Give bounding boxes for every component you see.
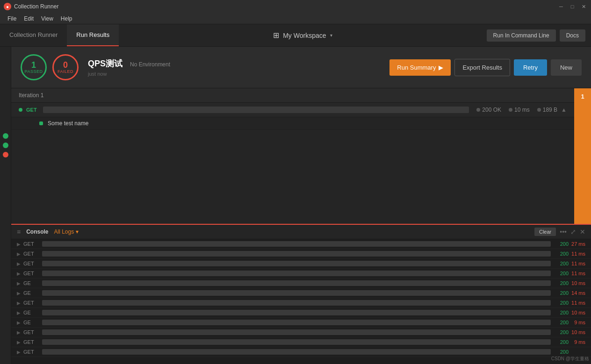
- log-status: 200: [555, 241, 569, 247]
- log-time: 11 ms: [570, 300, 585, 306]
- log-method: GET: [23, 329, 38, 335]
- more-options-icon[interactable]: •••: [560, 228, 567, 236]
- menu-edit[interactable]: Edit: [20, 14, 37, 23]
- close-button[interactable]: ✕: [580, 3, 587, 10]
- request-meta: 200 OK 10 ms 189 B: [476, 107, 557, 113]
- retry-button[interactable]: Retry: [514, 59, 547, 76]
- log-status: 200: [555, 329, 569, 335]
- log-row[interactable]: ▶ GET 200 11 ms: [11, 249, 591, 259]
- sidebar-indicator-2: [3, 143, 8, 148]
- log-expand-arrow: ▶: [17, 242, 21, 247]
- log-expand-arrow: ▶: [17, 271, 21, 276]
- menu-file[interactable]: File: [4, 14, 20, 23]
- log-expand-arrow: ▶: [17, 261, 21, 266]
- log-url-bar: [42, 310, 551, 315]
- close-console-icon[interactable]: ✕: [580, 228, 585, 236]
- menu-help[interactable]: Help: [57, 14, 76, 23]
- log-status: 200: [555, 339, 569, 345]
- log-status: 200: [555, 290, 569, 296]
- log-method: GE: [23, 320, 38, 325]
- iteration-number-panel: 1: [574, 88, 591, 224]
- log-url-bar: [42, 349, 551, 355]
- log-row[interactable]: ▶ GET 200 27 ms: [11, 239, 591, 249]
- test-name: Some test name: [48, 120, 88, 127]
- log-method: GET: [23, 339, 38, 345]
- menu-view[interactable]: View: [37, 14, 57, 23]
- log-row[interactable]: ▶ GE 200 14 ms: [11, 288, 591, 298]
- nav-right-buttons: Run In Command Line Docs: [487, 29, 591, 42]
- log-url-bar: [42, 251, 551, 257]
- sidebar-indicator-3: [3, 152, 8, 157]
- menu-bar: File Edit View Help: [0, 13, 591, 24]
- log-method: GET: [23, 241, 38, 247]
- collection-info: QPS测试 No Environment just now: [84, 58, 389, 77]
- log-status: 200: [555, 349, 569, 355]
- log-url-bar: [42, 290, 551, 296]
- left-sidebar: [0, 47, 11, 364]
- log-method: GET: [23, 349, 38, 355]
- main-content: 1 PASSED 0 FAILED QPS测试 No Environment j…: [0, 47, 591, 364]
- log-status: 200: [555, 300, 569, 306]
- window-controls: ─ □ ✕: [557, 3, 587, 10]
- log-row[interactable]: ▶ GET 200 9 ms: [11, 337, 591, 347]
- logs-dropdown[interactable]: All Logs ▾: [54, 228, 79, 235]
- run-summary-button[interactable]: Run Summary ▶: [389, 59, 451, 76]
- console-area: ≡ Console All Logs ▾ Clear ••• ⤢ ✕ ▶ GET…: [11, 224, 591, 364]
- chevron-right-icon: ▶: [439, 64, 443, 71]
- workspace-name[interactable]: My Workspace: [283, 32, 326, 39]
- log-method: GET: [23, 251, 38, 257]
- export-results-button[interactable]: Export Results: [454, 59, 510, 76]
- log-time: 14 ms: [570, 290, 585, 296]
- log-row[interactable]: ▶ GE 200 9 ms: [11, 318, 591, 328]
- log-row[interactable]: ▶ GET 200 11 ms: [11, 298, 591, 308]
- run-header: 1 PASSED 0 FAILED QPS测试 No Environment j…: [11, 47, 591, 88]
- log-expand-arrow: ▶: [17, 281, 21, 286]
- log-url-bar: [42, 300, 551, 306]
- minimize-button[interactable]: ─: [557, 3, 565, 10]
- console-icon: ≡: [17, 228, 21, 236]
- tab-run-results[interactable]: Run Results: [67, 24, 119, 46]
- chevron-down-icon: ▾: [330, 33, 332, 38]
- top-nav: Collection Runner Run Results ⊞ My Works…: [0, 24, 591, 47]
- log-row[interactable]: ▶ GET 200: [11, 347, 591, 357]
- log-expand-arrow: ▶: [17, 340, 21, 345]
- log-url-bar: [42, 280, 551, 286]
- log-method: GET: [23, 300, 38, 306]
- test-status-indicator: [39, 121, 43, 125]
- main-panel: 1 PASSED 0 FAILED QPS测试 No Environment j…: [11, 47, 591, 364]
- dropdown-arrow-icon: ▾: [76, 228, 79, 235]
- results-area: Iteration 1 GET 200 OK 10 ms: [11, 88, 574, 224]
- response-size: 189 B: [537, 107, 557, 113]
- log-row[interactable]: ▶ GET 200 10 ms: [11, 328, 591, 337]
- sidebar-indicator-1: [3, 133, 8, 139]
- log-url-bar: [42, 320, 551, 325]
- title-bar: ● Collection Runner ─ □ ✕: [0, 0, 591, 13]
- console-title: Console: [26, 228, 48, 235]
- passed-label: PASSED: [25, 69, 43, 74]
- run-in-command-line-button[interactable]: Run In Command Line: [487, 29, 556, 42]
- new-button[interactable]: New: [551, 59, 582, 76]
- console-actions: Clear ••• ⤢ ✕: [534, 228, 585, 236]
- failed-label: FAILED: [58, 69, 73, 74]
- clear-button[interactable]: Clear: [534, 228, 556, 236]
- tab-collection-runner[interactable]: Collection Runner: [0, 24, 67, 46]
- log-expand-arrow: ▶: [17, 310, 21, 315]
- log-method: GET: [23, 271, 38, 276]
- request-url-bar: [43, 107, 469, 113]
- response-status: 200 OK: [476, 107, 501, 113]
- log-row[interactable]: ▶ GET 200 11 ms: [11, 259, 591, 269]
- log-expand-arrow: ▶: [17, 251, 21, 257]
- workspace-selector[interactable]: ⊞ My Workspace ▾: [119, 31, 486, 40]
- request-row[interactable]: GET 200 OK 10 ms 189 B: [11, 103, 574, 117]
- log-expand-arrow: ▶: [17, 291, 21, 296]
- passed-count: 1: [31, 61, 36, 69]
- test-row: Some test name: [11, 117, 574, 130]
- log-status: 200: [555, 251, 569, 257]
- log-row[interactable]: ▶ GE 200 10 ms: [11, 278, 591, 288]
- log-row[interactable]: ▶ GE 200 10 ms: [11, 308, 591, 318]
- docs-button[interactable]: Docs: [560, 29, 585, 42]
- expand-console-icon[interactable]: ⤢: [570, 228, 576, 236]
- log-row[interactable]: ▶ GET 200 11 ms: [11, 269, 591, 278]
- maximize-button[interactable]: □: [569, 3, 576, 10]
- request-method: GET: [26, 107, 43, 113]
